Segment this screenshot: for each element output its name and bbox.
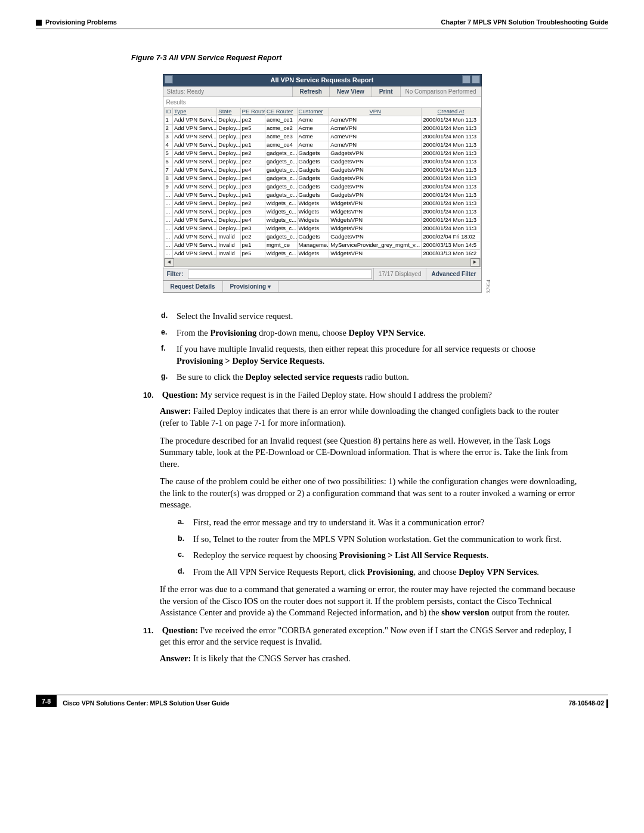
table-row[interactable]: 3Add VPN Servi...Deploy...pe3acme_ce3Acm… bbox=[164, 132, 480, 141]
cell-ce: gadgets_c... bbox=[265, 174, 297, 182]
table-row[interactable]: ...Add VPN Servi...Invalidpe1mgmt_ceMana… bbox=[164, 241, 480, 249]
col-ce[interactable]: CE Router bbox=[265, 107, 297, 116]
bottom-bar: Request Details Provisioning ▾ bbox=[163, 281, 482, 293]
cell-pe: pe5 bbox=[240, 124, 265, 132]
col-id[interactable]: ID bbox=[164, 107, 172, 116]
q10-step-b: b.If so, Telnet to the router from the M… bbox=[178, 534, 578, 546]
figure-caption: Figure 7-3 All VPN Service Request Repor… bbox=[131, 53, 608, 63]
cell-type: Add VPN Servi... bbox=[172, 157, 216, 166]
cell-type: Add VPN Servi... bbox=[172, 208, 216, 216]
cell-vpn: AcmeVPN bbox=[329, 132, 422, 141]
table-row[interactable]: ...Add VPN Servi...Invalidpe5widgets_c..… bbox=[164, 249, 480, 258]
cell-type: Add VPN Servi... bbox=[172, 116, 216, 124]
cell-cust: Acme bbox=[297, 141, 329, 149]
new-view-button[interactable]: New View bbox=[329, 86, 371, 97]
window-min-icon[interactable] bbox=[462, 75, 470, 83]
cell-ce: gadgets_c... bbox=[265, 157, 297, 166]
cell-pe: pe5 bbox=[240, 208, 265, 216]
cell-id: 1 bbox=[164, 116, 172, 124]
q10-step-a: a.First, read the error message and try … bbox=[178, 517, 578, 529]
cell-cust: Gadgets bbox=[297, 182, 329, 191]
cell-state: Deploy... bbox=[217, 116, 240, 124]
cell-ce: gadgets_c... bbox=[265, 182, 297, 191]
provisioning-menu[interactable]: Provisioning ▾ bbox=[223, 281, 278, 293]
table-row[interactable]: 4Add VPN Servi...Deploy...pe1acme_ce4Acm… bbox=[164, 141, 480, 149]
cell-ce: acme_ce1 bbox=[265, 116, 297, 124]
cell-state: Deploy... bbox=[217, 208, 240, 216]
filter-input[interactable] bbox=[188, 270, 371, 279]
cell-type: Add VPN Servi... bbox=[172, 141, 216, 149]
cell-cust: Widgets bbox=[297, 208, 329, 216]
cell-cust: Gadgets bbox=[297, 233, 329, 241]
cell-created: 2000/01/24 Mon 11:3 bbox=[422, 208, 480, 216]
table-row[interactable]: 6Add VPN Servi...Deploy...pe2gadgets_c..… bbox=[164, 157, 480, 166]
table-row[interactable]: 5Add VPN Servi...Deploy...pe2gadgets_c..… bbox=[164, 149, 480, 157]
q10-steps: a.First, read the error message and try … bbox=[178, 517, 578, 578]
table-row[interactable]: ...Add VPN Servi...Deploy...pe2widgets_c… bbox=[164, 199, 480, 208]
table-row[interactable]: 1Add VPN Servi...Deploy...pe2acme_ce1Acm… bbox=[164, 116, 480, 124]
window-menu-icon[interactable] bbox=[165, 75, 173, 83]
displayed-count: 17/17 Displayed bbox=[373, 268, 426, 280]
col-created[interactable]: Created At bbox=[422, 107, 480, 116]
q10-p3: The cause of the problem could be either… bbox=[160, 476, 578, 511]
print-button[interactable]: Print bbox=[371, 86, 400, 97]
cell-type: Add VPN Servi... bbox=[172, 166, 216, 174]
col-customer[interactable]: Customer bbox=[297, 107, 329, 116]
cell-state: Invalid bbox=[217, 241, 240, 249]
q11-answer: Answer: It is likely that the CNGS Serve… bbox=[160, 653, 578, 665]
col-pe[interactable]: PE Router bbox=[240, 107, 265, 116]
cell-vpn: GadgetsVPN bbox=[329, 182, 422, 191]
cell-id: 3 bbox=[164, 132, 172, 141]
refresh-button[interactable]: Refresh bbox=[292, 86, 329, 97]
cell-created: 2000/01/24 Mon 11:3 bbox=[422, 149, 480, 157]
h-scrollbar[interactable]: ◄ ► bbox=[164, 258, 481, 267]
col-type[interactable]: Type bbox=[172, 107, 216, 116]
cell-id: 7 bbox=[164, 166, 172, 174]
cell-pe: pe1 bbox=[240, 241, 265, 249]
cell-created: 2000/01/24 Mon 11:3 bbox=[422, 174, 480, 182]
table-row[interactable]: ...Add VPN Servi...Deploy...pe1gadgets_c… bbox=[164, 191, 480, 199]
cell-state: Deploy... bbox=[217, 141, 240, 149]
table-row[interactable]: ...Add VPN Servi...Deploy...pe3widgets_c… bbox=[164, 224, 480, 233]
col-vpn[interactable]: VPN bbox=[329, 107, 422, 116]
q10-answer: Answer: Failed Deploy indicates that the… bbox=[160, 405, 578, 429]
table-row[interactable]: ...Add VPN Servi...Deploy...pe5widgets_c… bbox=[164, 208, 480, 216]
advanced-filter-button[interactable]: Advanced Filter bbox=[426, 268, 481, 280]
window-max-icon[interactable] bbox=[472, 75, 480, 83]
col-state[interactable]: State bbox=[217, 107, 240, 116]
cell-vpn: WidgetsVPN bbox=[329, 249, 422, 258]
cell-pe: pe3 bbox=[240, 224, 265, 233]
cell-ce: acme_ce2 bbox=[265, 124, 297, 132]
app-window: All VPN Service Requests Report Status: … bbox=[163, 74, 482, 293]
request-details-button[interactable]: Request Details bbox=[163, 281, 223, 293]
cell-created: 2000/01/24 Mon 11:3 bbox=[422, 141, 480, 149]
table-row[interactable]: 9Add VPN Servi...Deploy...pe3gadgets_c..… bbox=[164, 182, 480, 191]
cell-created: 2000/01/24 Mon 11:3 bbox=[422, 124, 480, 132]
cell-vpn: GadgetsVPN bbox=[329, 149, 422, 157]
cell-type: Add VPN Servi... bbox=[172, 174, 216, 182]
cell-state: Deploy... bbox=[217, 149, 240, 157]
filter-label: Filter: bbox=[163, 268, 187, 280]
table-row[interactable]: 8Add VPN Servi...Deploy...pe4gadgets_c..… bbox=[164, 174, 480, 182]
table-row[interactable]: 2Add VPN Servi...Deploy...pe5acme_ce2Acm… bbox=[164, 124, 480, 132]
cell-vpn: MyServiceProvider_grey_mgmt_v... bbox=[329, 241, 422, 249]
header-square-icon bbox=[36, 20, 42, 26]
table-row[interactable]: ...Add VPN Servi...Invalidpe2gadgets_c..… bbox=[164, 233, 480, 241]
cell-id: ... bbox=[164, 249, 172, 258]
cell-created: 2000/01/24 Mon 11:3 bbox=[422, 182, 480, 191]
cell-created: 2000/01/24 Mon 11:3 bbox=[422, 224, 480, 233]
cell-id: ... bbox=[164, 224, 172, 233]
table-row[interactable]: ...Add VPN Servi...Deploy...pe4widgets_c… bbox=[164, 216, 480, 224]
status-value: Ready bbox=[187, 88, 204, 95]
cell-vpn: AcmeVPN bbox=[329, 141, 422, 149]
table-row[interactable]: 7Add VPN Servi...Deploy...pe4gadgets_c..… bbox=[164, 166, 480, 174]
cell-created: 2000/01/24 Mon 11:3 bbox=[422, 166, 480, 174]
scroll-right-icon[interactable]: ► bbox=[470, 258, 480, 267]
cell-state: Deploy... bbox=[217, 157, 240, 166]
cell-vpn: WidgetsVPN bbox=[329, 199, 422, 208]
page-header: Provisioning Problems Chapter 7 MPLS VPN… bbox=[36, 18, 608, 29]
scroll-left-icon[interactable]: ◄ bbox=[165, 258, 174, 267]
cell-pe: pe2 bbox=[240, 116, 265, 124]
cell-ce: gadgets_c... bbox=[265, 233, 297, 241]
page-footer: 7-8 Cisco VPN Solutions Center: MPLS Sol… bbox=[36, 695, 608, 708]
